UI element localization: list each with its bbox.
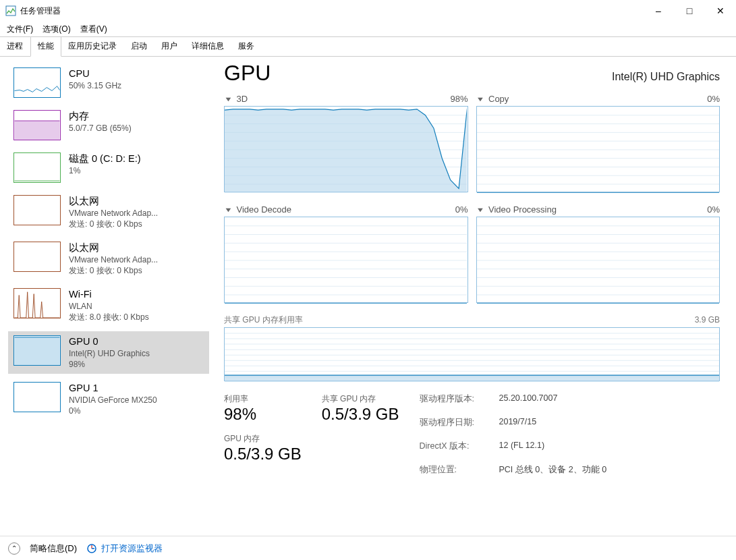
app-icon xyxy=(5,5,16,16)
menu-file[interactable]: 文件(F) xyxy=(7,24,33,35)
resmon-icon xyxy=(86,543,97,554)
sidebar: CPU50% 3.15 GHz内存5.0/7.7 GB (65%)磁盘 0 (C… xyxy=(0,57,209,536)
svg-rect-4 xyxy=(15,337,60,365)
tab-1[interactable]: 性能 xyxy=(30,36,61,57)
sidebar-item-2[interactable]: 磁盘 0 (C: D: E:)1% xyxy=(8,148,209,187)
svg-rect-1 xyxy=(15,121,60,140)
maximize-button[interactable]: □ xyxy=(674,0,705,22)
titlebar: 任务管理器 – □ ✕ xyxy=(0,0,736,22)
tab-2[interactable]: 应用历史记录 xyxy=(61,37,124,56)
footer: ⌃ 简略信息(D) 打开资源监视器 xyxy=(0,536,736,560)
stats-block: 利用率98% GPU 内存0.5/3.9 GB 共享 GPU 内存0.5/3.9… xyxy=(224,393,720,478)
brief-info-link[interactable]: 简略信息(D) xyxy=(30,542,77,555)
chevron-down-icon[interactable]: ▼ xyxy=(476,95,485,103)
chart-shared-gpu-mem: 共享 GPU 内存利用率3.9 GB xyxy=(224,312,720,381)
tab-6[interactable]: 服务 xyxy=(231,37,262,56)
main-panel: GPU Intel(R) UHD Graphics ▼ 3D98% ▼ Copy… xyxy=(209,57,736,536)
chevron-down-icon[interactable]: ▼ xyxy=(224,95,233,103)
open-resmon-link[interactable]: 打开资源监视器 xyxy=(86,542,163,555)
chevron-down-icon[interactable]: ▼ xyxy=(476,206,485,213)
sidebar-item-3[interactable]: 以太网VMware Network Adap...发送: 0 接收: 0 Kbp… xyxy=(8,191,209,233)
tab-5[interactable]: 详细信息 xyxy=(185,37,231,56)
sidebar-item-4[interactable]: 以太网VMware Network Adap...发送: 0 接收: 0 Kbp… xyxy=(8,237,209,280)
tab-0[interactable]: 进程 xyxy=(0,37,30,56)
close-button[interactable]: ✕ xyxy=(705,0,736,22)
collapse-button[interactable]: ⌃ xyxy=(8,542,20,555)
chart-video-processing: ▼ Video Processing0% xyxy=(476,202,720,303)
sidebar-item-1[interactable]: 内存5.0/7.7 GB (65%) xyxy=(8,106,209,144)
window-title: 任务管理器 xyxy=(20,5,643,17)
sidebar-item-7[interactable]: GPU 1NVIDIA GeForce MX2500% xyxy=(8,378,209,420)
menu-view[interactable]: 查看(V) xyxy=(80,24,107,35)
tab-4[interactable]: 用户 xyxy=(154,37,185,56)
menu-options[interactable]: 选项(O) xyxy=(43,24,70,35)
chevron-down-icon[interactable]: ▼ xyxy=(224,206,233,213)
chart-copy: ▼ Copy0% xyxy=(476,91,720,192)
tab-bar: 进程性能应用历史记录启动用户详细信息服务 xyxy=(0,36,736,57)
main-subtitle: Intel(R) UHD Graphics xyxy=(612,71,720,83)
sidebar-item-5[interactable]: Wi-FiWLAN发送: 8.0 接收: 0 Kbps xyxy=(8,284,209,327)
sidebar-item-6[interactable]: GPU 0Intel(R) UHD Graphics98% xyxy=(8,331,209,374)
chart-3d: ▼ 3D98% xyxy=(224,91,468,192)
menubar: 文件(F) 选项(O) 查看(V) xyxy=(0,22,736,36)
main-title: GPU xyxy=(224,61,271,86)
tab-3[interactable]: 启动 xyxy=(124,37,154,56)
sidebar-item-0[interactable]: CPU50% 3.15 GHz xyxy=(8,63,209,102)
minimize-button[interactable]: – xyxy=(643,0,674,22)
window-controls: – □ ✕ xyxy=(643,0,736,22)
chart-video-decode: ▼ Video Decode0% xyxy=(224,202,468,303)
